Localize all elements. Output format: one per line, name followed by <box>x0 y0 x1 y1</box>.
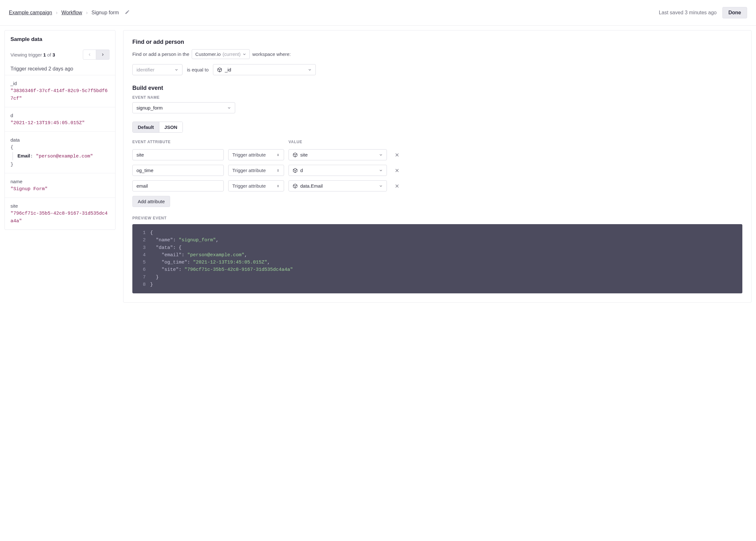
view-mode-toggle: Default JSON <box>132 122 183 133</box>
chevron-down-icon <box>379 153 383 157</box>
sample-value: "2021-12-13T19:45:05.015Z" <box>10 119 110 127</box>
preview-event-label: Preview event <box>132 216 742 220</box>
sample-key: data <box>10 136 110 144</box>
build-event-title: Build event <box>132 85 742 91</box>
breadcrumb-sep: › <box>56 10 57 16</box>
done-button[interactable]: Done <box>722 7 747 18</box>
attribute-type-select[interactable]: Trigger attribute <box>228 149 284 160</box>
attribute-value-select[interactable]: data.Email <box>288 180 387 192</box>
sample-data-item: d "2021-12-13T19:45:05.015Z" <box>5 107 115 132</box>
attribute-name-input[interactable] <box>132 165 224 176</box>
code-line-number: 6 <box>138 266 146 273</box>
breadcrumb-workflow[interactable]: Workflow <box>61 10 82 16</box>
preview-event-code: 1{2 "name": "signup_form",3 "data": {4 "… <box>132 224 742 293</box>
chevron-down-icon <box>379 184 383 188</box>
col-event-attribute: Event attribute <box>132 140 224 144</box>
sample-key: _id <box>10 80 110 87</box>
sample-data-item: data { Email: "person@example.com" } <box>5 132 115 173</box>
close-icon <box>395 152 400 158</box>
edit-name-button[interactable] <box>125 10 130 16</box>
code-line-number: 7 <box>138 274 146 281</box>
page-header: Example campaign › Workflow › Signup for… <box>0 0 756 26</box>
chevron-down-icon <box>379 169 383 173</box>
remove-attribute-button[interactable] <box>391 184 403 189</box>
sample-key: site <box>10 202 110 210</box>
viewing-trigger-text: Viewing trigger 1 of 3 <box>10 52 55 58</box>
breadcrumb: Example campaign › Workflow › Signup for… <box>9 10 130 16</box>
breadcrumb-sep: › <box>86 10 88 16</box>
code-line-number: 2 <box>138 237 146 244</box>
chevron-down-icon <box>308 68 312 72</box>
trigger-received-text: Trigger received 2 days ago <box>10 66 110 72</box>
code-line-text: "name": "signup_form", <box>150 237 219 244</box>
sample-data-list: _id "3836346f-37cf-414f-82c9-5c7f5bdf67c… <box>5 75 115 230</box>
code-line-text: "og_time": "2021-12-13T19:45:05.015Z", <box>150 259 270 266</box>
chevron-right-icon <box>101 53 105 57</box>
breadcrumb-campaign[interactable]: Example campaign <box>9 10 52 16</box>
code-line-text: { <box>150 229 153 237</box>
chevron-down-icon <box>227 106 231 110</box>
up-down-icon <box>276 169 280 173</box>
chevron-down-icon <box>242 52 246 56</box>
code-line-text: } <box>150 281 153 288</box>
next-trigger-button[interactable] <box>96 50 110 60</box>
sample-data-item: _id "3836346f-37cf-414f-82c9-5c7f5bdf67c… <box>5 75 115 107</box>
brace-close: } <box>10 161 110 169</box>
sample-inner-value: "person@example.com" <box>36 154 93 159</box>
trigger-pager <box>83 50 110 60</box>
code-line-text: "email": "person@example.com", <box>150 252 247 259</box>
workspace-select[interactable]: Customer.io (current) <box>192 49 250 59</box>
remove-attribute-button[interactable] <box>391 152 403 158</box>
attribute-value-select[interactable]: d <box>288 165 387 176</box>
attribute-type-select[interactable]: Trigger attribute <box>228 165 284 176</box>
last-saved-text: Last saved 3 minutes ago <box>659 10 717 16</box>
remove-attribute-button[interactable] <box>391 168 403 173</box>
sample-value: "3836346f-37cf-414f-82c9-5c7f5bdf67cf" <box>10 87 110 103</box>
sample-data-item: site "796cf71c-35b5-42c8-9167-31d535dc4a… <box>5 198 115 230</box>
code-line-number: 4 <box>138 252 146 259</box>
sample-value: "796cf71c-35b5-42c8-9167-31d535dc4a4a" <box>10 210 110 225</box>
attribute-row: Trigger attribute site <box>132 149 742 160</box>
chevron-down-icon <box>175 68 179 72</box>
col-value: Value <box>288 140 387 144</box>
close-icon <box>395 168 400 173</box>
cube-icon <box>293 168 298 173</box>
attribute-name-input[interactable] <box>132 149 224 160</box>
find-or-add-title: Find or add person <box>132 39 742 45</box>
attribute-name-input[interactable] <box>132 180 224 192</box>
close-icon <box>395 184 400 189</box>
find-or-add-subtitle: Find or add a person in the Customer.io … <box>132 49 742 59</box>
tab-json[interactable]: JSON <box>159 122 183 132</box>
tab-default[interactable]: Default <box>133 122 159 132</box>
add-attribute-button[interactable]: Add attribute <box>132 196 170 207</box>
cube-icon <box>293 184 298 189</box>
sample-value: "Signup Form" <box>10 186 110 193</box>
sample-data-item: name "Signup Form" <box>5 173 115 198</box>
up-down-icon <box>276 184 280 188</box>
sample-inner-key: Email <box>17 153 30 159</box>
code-line-number: 5 <box>138 259 146 266</box>
identifier-select[interactable]: identifier <box>132 64 183 75</box>
sample-key: d <box>10 112 110 119</box>
code-line-text: } <box>150 274 159 281</box>
identifier-value-select[interactable]: _id <box>213 64 316 75</box>
attribute-row: Trigger attribute d <box>132 165 742 176</box>
code-line-number: 1 <box>138 229 146 237</box>
attribute-type-select[interactable]: Trigger attribute <box>228 180 284 192</box>
attribute-row: Trigger attribute data.Email <box>132 180 742 192</box>
chevron-left-icon <box>88 53 91 57</box>
cube-icon <box>217 67 222 72</box>
attribute-value-select[interactable]: site <box>288 149 387 160</box>
config-panel: Find or add person Find or add a person … <box>123 30 752 302</box>
sample-data-panel: Sample data Viewing trigger 1 of 3 Trigg… <box>4 30 116 230</box>
code-line-text: "data": { <box>150 244 182 252</box>
prev-trigger-button[interactable] <box>83 50 96 60</box>
event-name-label: Event name <box>132 95 742 100</box>
sample-key: name <box>10 178 110 186</box>
brace-open: { <box>10 144 110 152</box>
up-down-icon <box>276 153 280 157</box>
cube-icon <box>293 152 298 158</box>
event-name-input[interactable]: signup_form <box>132 102 235 113</box>
sample-data-title: Sample data <box>10 36 110 43</box>
code-line-number: 8 <box>138 281 146 288</box>
